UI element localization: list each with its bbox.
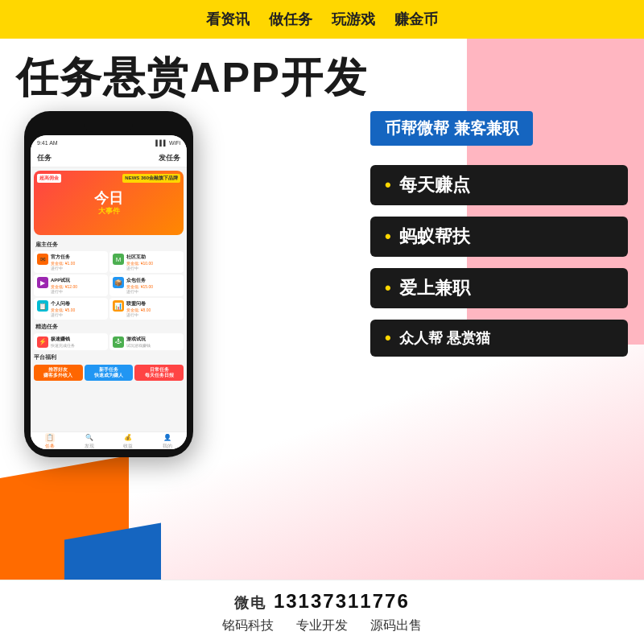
select-desc-0: 快速完成任务: [51, 343, 105, 348]
task-name-3: 众包任务: [126, 277, 180, 284]
phone-news-banner: 超高佣金 NEWS 360金融旗下品牌 今日大事件: [34, 171, 184, 235]
nav-item-discover[interactable]: 🔍 发现: [70, 432, 109, 449]
task-status-2: 进行中: [51, 289, 105, 294]
banner-item-2: 做任务: [269, 10, 312, 29]
task-info-1: 社区互助 赏金低: ¥10.00 进行中: [126, 254, 180, 270]
footer-service: 专业开发: [296, 618, 348, 632]
task-icon-5: 📊: [113, 300, 124, 312]
phone-mockup: 9:41 AM ▌▌▌ WiFi 任务 发任务 超高佣金 NEWS 360金融旗…: [24, 111, 193, 457]
phone-time: 9:41 AM: [37, 140, 58, 146]
nav-icon-me: 👤: [163, 433, 172, 443]
task-name-1: 社区互助: [126, 254, 180, 261]
task-info-3: 众包任务 赏金低: ¥15.00 进行中: [126, 277, 180, 294]
task-item-3: 📦 众包任务 赏金低: ¥15.00 进行中: [109, 275, 184, 296]
nav-item-me[interactable]: 👤 我的: [148, 432, 188, 449]
top-banner: 看资讯 做任务 玩游戏 赚金币: [0, 0, 644, 39]
footer-product: 源码出售: [370, 618, 422, 632]
task-icon-2: ▶: [37, 277, 48, 288]
task-status-1: 进行中: [126, 266, 180, 270]
task-info-4: 个人问卷 赏金低: ¥5.00 进行中: [51, 300, 105, 317]
task-item-2: ▶ APP试玩 赏金低: ¥12.00 进行中: [34, 275, 108, 296]
welfare-section-title: 平台福利: [31, 352, 187, 363]
bullet-2: •: [385, 278, 391, 299]
feature-item-2: • 爱上兼职: [370, 268, 628, 308]
news-main-text: 今日大事件: [94, 190, 123, 216]
feature-item-0: • 每天赚点: [370, 165, 628, 205]
phone-header-right: 发任务: [159, 153, 180, 163]
task-status-4: 进行中: [51, 312, 105, 317]
select-icon-1: 🕹: [113, 336, 124, 348]
select-name-1: 游戏试玩: [126, 336, 180, 343]
task-item-5: 📊 联盟问卷 赏金低: ¥8.00 进行中: [109, 298, 184, 320]
employer-section-title: 雇主任务: [31, 238, 187, 250]
nav-item-task[interactable]: 📋 任务: [31, 432, 70, 449]
bullet-1: •: [385, 226, 391, 247]
footer-info: 铭码科技 专业开发 源码出售: [213, 617, 432, 634]
task-icon-4: 📋: [37, 300, 48, 312]
select-desc-1: 试玩游戏赚钱: [126, 343, 180, 348]
news-tag: NEWS 360金融旗下品牌: [122, 174, 180, 183]
task-item-1: M 社区互助 赏金低: ¥10.00 进行中: [109, 251, 184, 273]
welfare-item-0: 推荐好友赚客多外收入: [34, 365, 83, 381]
task-info-5: 联盟问卷 赏金低: ¥8.00 进行中: [126, 300, 180, 317]
right-panel: 币帮微帮 兼客兼职 • 每天赚点 • 蚂蚁帮扶 • 爱上兼职 • 众人帮 悬赏猫: [370, 111, 628, 357]
task-status-3: 进行中: [126, 289, 180, 294]
welfare-item-1: 新手任务快速成为赚人: [85, 365, 134, 381]
task-icon-0: ✉: [37, 254, 48, 265]
footer-phone-label: 微电: [234, 595, 266, 611]
nav-label-income: 收益: [123, 444, 133, 449]
footer-phone-number: 13137311776: [274, 590, 410, 612]
task-status-5: 进行中: [126, 312, 180, 317]
nav-icon-task: 📋: [45, 433, 55, 443]
select-icon-0: ⚡: [37, 336, 48, 348]
phone-bottom-nav: 📋 任务 🔍 发现 💰 收益 👤 我的: [31, 431, 187, 449]
task-info-0: 官方任务 赏金低: ¥1.00 进行中: [51, 254, 105, 270]
feature-text-2: 爱上兼职: [399, 276, 470, 300]
footer-company: 铭码科技: [222, 618, 274, 632]
select-item-1: 🕹 游戏试玩 试玩游戏赚钱: [109, 333, 184, 350]
task-info-2: APP试玩 赏金低: ¥12.00 进行中: [51, 277, 105, 294]
blue-tag: 币帮微帮 兼客兼职: [370, 111, 533, 146]
main-title: 任务悬赏APP开发: [16, 55, 368, 101]
page-wrapper: 看资讯 做任务 玩游戏 赚金币 任务悬赏APP开发 9:41 AM ▌▌▌ Wi…: [0, 0, 644, 644]
phone-header-left: 任务: [37, 153, 52, 163]
feature-item-1: • 蚂蚁帮扶: [370, 217, 628, 257]
welfare-items: 推荐好友赚客多外收入 新手任务快速成为赚人 日常任务每天任务日报: [31, 363, 187, 382]
task-status-0: 进行中: [51, 266, 105, 270]
phone-signal: ▌▌▌ WiFi: [155, 140, 180, 146]
task-item-4: 📋 个人问卷 赏金低: ¥5.00 进行中: [34, 298, 108, 320]
select-grid: ⚡ 极速赚钱 快速完成任务 🕹 游戏试玩 试玩游戏赚钱: [31, 332, 187, 352]
select-name-0: 极速赚钱: [51, 336, 105, 343]
footer: 微电 13137311776 铭码科技 专业开发 源码出售: [0, 580, 644, 644]
banner-item-4: 赚金币: [394, 10, 438, 29]
bullet-3: •: [385, 328, 391, 349]
task-name-4: 个人问卷: [51, 300, 105, 308]
select-section-title: 精选任务: [31, 321, 187, 332]
phone-screen: 9:41 AM ▌▌▌ WiFi 任务 发任务 超高佣金 NEWS 360金融旗…: [31, 135, 187, 449]
nav-item-income[interactable]: 💰 收益: [109, 432, 148, 449]
feature-list: • 每天赚点 • 蚂蚁帮扶 • 爱上兼职 • 众人帮 悬赏猫: [370, 165, 628, 357]
task-icon-1: M: [113, 254, 124, 265]
banner-item-3: 玩游戏: [332, 10, 375, 29]
banner-item-1: 看资讯: [206, 10, 250, 29]
bullet-0: •: [385, 175, 391, 196]
feature-text-0: 每天赚点: [399, 173, 470, 197]
nav-label-me: 我的: [163, 444, 172, 449]
phone-header: 任务 发任务: [31, 150, 187, 167]
welfare-item-2: 日常任务每天任务日报: [134, 365, 184, 381]
phone-status-bar: 9:41 AM ▌▌▌ WiFi: [31, 135, 187, 150]
task-icon-3: 📦: [113, 277, 124, 288]
task-name-2: APP试玩: [51, 277, 105, 284]
task-name-0: 官方任务: [51, 254, 105, 261]
select-info-0: 极速赚钱 快速完成任务: [51, 336, 105, 348]
feature-text-1: 蚂蚁帮扶: [399, 225, 470, 249]
feature-text-3: 众人帮 悬赏猫: [399, 328, 490, 348]
nav-icon-discover: 🔍: [85, 433, 94, 443]
select-item-0: ⚡ 极速赚钱 快速完成任务: [34, 333, 108, 350]
main-area: 任务悬赏APP开发 9:41 AM ▌▌▌ WiFi 任务 发任务 超高佣金 N: [0, 39, 644, 644]
select-info-1: 游戏试玩 试玩游戏赚钱: [126, 336, 180, 348]
footer-phone: 微电 13137311776: [234, 590, 410, 613]
nav-label-discover: 发现: [85, 444, 94, 449]
task-name-5: 联盟问卷: [126, 300, 180, 308]
nav-icon-income: 💰: [123, 433, 133, 443]
